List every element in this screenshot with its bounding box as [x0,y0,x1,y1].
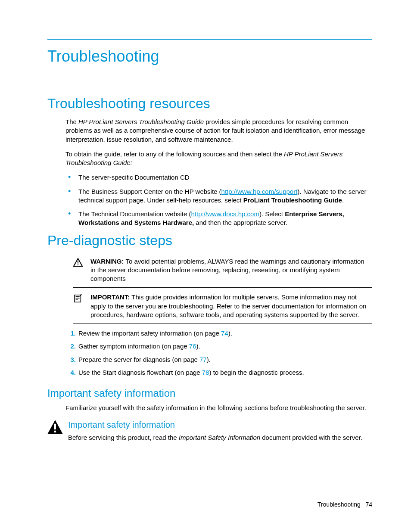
safety-paragraph-1: Familiarize yourself with the safety inf… [65,404,372,412]
important-text: This guide provides information for mult… [90,293,366,318]
text: . [342,196,344,204]
safety-subsection-row: Important safety information Before serv… [47,420,372,442]
list-item: The server-specific Documentation CD [65,173,372,182]
resources-bullet-list: The server-specific Documentation CD The… [65,173,372,227]
prediag-steps-list: Review the important safety information … [65,329,372,377]
text: Before servicing this product, read the [68,434,179,441]
svg-rect-0 [78,261,78,263]
footer-page-number: 74 [365,501,372,508]
page-title: Troubleshooting [47,47,372,65]
text-italic: HP ProLiant Servers Troubleshooting Guid… [78,118,204,125]
warning-callout: WARNING: To avoid potential problems, AL… [73,255,372,288]
resources-paragraph-2: To obtain the guide, refer to any of the… [65,150,372,168]
safety-sub-paragraph: Before servicing this product, read the … [68,433,372,442]
page-content: Troubleshooting Troubleshooting resource… [0,0,411,442]
top-rule [47,39,372,40]
warning-label: WARNING: [90,258,124,265]
text: The Technical Documentation website ( [78,210,191,218]
text: Review the important safety information … [78,330,221,337]
text: The [65,118,78,125]
warning-body: WARNING: To avoid potential problems, AL… [90,257,372,283]
svg-rect-1 [78,264,78,265]
section-heading-prediag: Pre-diagnostic steps [47,233,372,249]
text: ). [207,356,211,363]
list-item: Prepare the server for diagnosis (on pag… [65,355,372,364]
text: and then the appropriate server. [194,219,287,226]
page-ref-link[interactable]: 76 [189,342,196,350]
text: The server-specific Documentation CD [78,174,190,181]
page-footer: Troubleshooting 74 [318,501,372,508]
warning-solid-triangle-icon [47,420,65,436]
list-item: The Technical Documentation website (htt… [65,210,372,227]
page-ref-link[interactable]: 78 [202,369,209,376]
svg-rect-2 [75,295,81,302]
text: The Business Support Center on the HP we… [78,188,221,195]
list-item: Use the Start diagnosis flowchart (on pa… [65,368,372,377]
text: ). [196,342,200,350]
text: To obtain the guide, refer to any of the… [65,150,284,158]
svg-rect-4 [54,431,56,432]
footer-section: Troubleshooting [318,501,361,508]
section-heading-safety: Important safety information [47,387,372,399]
link-hp-support[interactable]: http://www.hp.com/support [221,188,298,195]
text: ). Select [259,210,285,218]
list-item: The Business Support Center on the HP we… [65,187,372,205]
text: document provided with the server. [260,434,362,441]
text: Prepare the server for diagnosis (on pag… [78,356,199,363]
text: ) to begin the diagnostic process. [209,369,304,376]
text-bold: ProLiant Troubleshooting Guide [243,196,342,204]
subsection-heading-safety-sub: Important safety information [68,420,372,430]
warning-triangle-icon [73,257,90,283]
safety-sub-content: Important safety information Before serv… [65,420,372,442]
resources-paragraph-1: The HP ProLiant Servers Troubleshooting … [65,118,372,144]
important-label: IMPORTANT: [90,293,130,301]
important-body: IMPORTANT: This guide provides informati… [90,293,372,319]
section-heading-resources: Troubleshooting resources [47,96,372,112]
text: Gather symptom information (on page [78,342,189,350]
text: ). [228,330,232,337]
page-ref-link[interactable]: 74 [221,330,228,337]
page-ref-link[interactable]: 77 [199,356,207,363]
list-item: Review the important safety information … [65,329,372,338]
important-callout: IMPORTANT: This guide provides informati… [73,290,372,324]
svg-rect-3 [54,424,56,429]
text-italic: Important Safety Information [179,434,260,441]
warning-text: To avoid potential problems, ALWAYS read… [90,258,364,283]
link-hp-docs[interactable]: http://www.docs.hp.com [191,210,259,218]
list-item: Gather symptom information (on page 76). [65,342,372,351]
note-icon [73,293,90,319]
text: Use the Start diagnosis flowchart (on pa… [78,369,202,376]
